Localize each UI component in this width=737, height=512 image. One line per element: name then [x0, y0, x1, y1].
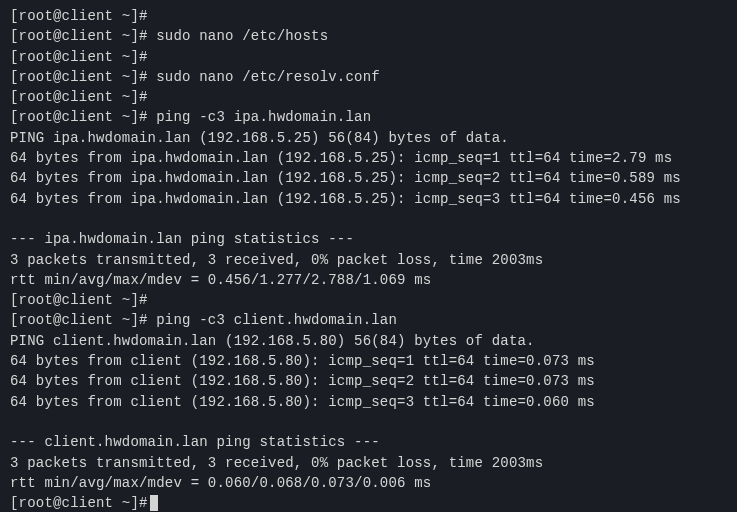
output-text — [10, 211, 19, 227]
shell-prompt: [root@client ~]# — [10, 109, 148, 125]
terminal-output-line: 64 bytes from ipa.hwdomain.lan (192.168.… — [10, 148, 727, 168]
output-text: PING client.hwdomain.lan (192.168.5.80) … — [10, 333, 535, 349]
shell-command: sudo nano /etc/resolv.conf — [148, 69, 380, 85]
terminal-prompt-line: [root@client ~]# — [10, 6, 727, 26]
terminal-output[interactable]: [root@client ~]#[root@client ~]# sudo na… — [10, 6, 727, 512]
shell-prompt: [root@client ~]# — [10, 69, 148, 85]
shell-command: ping -c3 ipa.hwdomain.lan — [148, 109, 372, 125]
shell-prompt: [root@client ~]# — [10, 292, 148, 308]
terminal-output-line: --- ipa.hwdomain.lan ping statistics --- — [10, 229, 727, 249]
terminal-output-line: rtt min/avg/max/mdev = 0.456/1.277/2.788… — [10, 270, 727, 290]
output-text: 64 bytes from client (192.168.5.80): icm… — [10, 353, 595, 369]
terminal-prompt-line: [root@client ~]# — [10, 493, 727, 512]
terminal-output-line — [10, 209, 727, 229]
output-text: 64 bytes from ipa.hwdomain.lan (192.168.… — [10, 150, 672, 166]
terminal-output-line: 64 bytes from ipa.hwdomain.lan (192.168.… — [10, 189, 727, 209]
terminal-prompt-line: [root@client ~]# sudo nano /etc/hosts — [10, 26, 727, 46]
output-text: rtt min/avg/max/mdev = 0.456/1.277/2.788… — [10, 272, 431, 288]
shell-prompt: [root@client ~]# — [10, 495, 148, 511]
output-text: rtt min/avg/max/mdev = 0.060/0.068/0.073… — [10, 475, 431, 491]
shell-prompt: [root@client ~]# — [10, 28, 148, 44]
terminal-prompt-line: [root@client ~]# — [10, 87, 727, 107]
output-text: 64 bytes from ipa.hwdomain.lan (192.168.… — [10, 191, 681, 207]
shell-prompt: [root@client ~]# — [10, 49, 148, 65]
terminal-output-line: PING ipa.hwdomain.lan (192.168.5.25) 56(… — [10, 128, 727, 148]
output-text: --- client.hwdomain.lan ping statistics … — [10, 434, 380, 450]
terminal-output-line: 3 packets transmitted, 3 received, 0% pa… — [10, 250, 727, 270]
output-text: 64 bytes from client (192.168.5.80): icm… — [10, 394, 595, 410]
shell-prompt: [root@client ~]# — [10, 8, 148, 24]
output-text: --- ipa.hwdomain.lan ping statistics --- — [10, 231, 354, 247]
output-text: PING ipa.hwdomain.lan (192.168.5.25) 56(… — [10, 130, 509, 146]
output-text: 3 packets transmitted, 3 received, 0% pa… — [10, 252, 543, 268]
terminal-output-line: 64 bytes from client (192.168.5.80): icm… — [10, 371, 727, 391]
shell-prompt: [root@client ~]# — [10, 89, 148, 105]
terminal-output-line: PING client.hwdomain.lan (192.168.5.80) … — [10, 331, 727, 351]
shell-prompt: [root@client ~]# — [10, 312, 148, 328]
terminal-prompt-line: [root@client ~]# sudo nano /etc/resolv.c… — [10, 67, 727, 87]
terminal-prompt-line: [root@client ~]# ping -c3 ipa.hwdomain.l… — [10, 107, 727, 127]
terminal-output-line: 64 bytes from client (192.168.5.80): icm… — [10, 392, 727, 412]
terminal-prompt-line: [root@client ~]# — [10, 290, 727, 310]
shell-command: sudo nano /etc/hosts — [148, 28, 329, 44]
terminal-prompt-line: [root@client ~]# — [10, 47, 727, 67]
terminal-prompt-line: [root@client ~]# ping -c3 client.hwdomai… — [10, 310, 727, 330]
terminal-output-line: 3 packets transmitted, 3 received, 0% pa… — [10, 453, 727, 473]
output-text — [10, 414, 19, 430]
shell-command: ping -c3 client.hwdomain.lan — [148, 312, 397, 328]
output-text: 64 bytes from client (192.168.5.80): icm… — [10, 373, 595, 389]
terminal-output-line: 64 bytes from client (192.168.5.80): icm… — [10, 351, 727, 371]
terminal-output-line: rtt min/avg/max/mdev = 0.060/0.068/0.073… — [10, 473, 727, 493]
terminal-output-line — [10, 412, 727, 432]
terminal-output-line: --- client.hwdomain.lan ping statistics … — [10, 432, 727, 452]
output-text: 64 bytes from ipa.hwdomain.lan (192.168.… — [10, 170, 681, 186]
cursor — [150, 495, 158, 511]
output-text: 3 packets transmitted, 3 received, 0% pa… — [10, 455, 543, 471]
terminal-output-line: 64 bytes from ipa.hwdomain.lan (192.168.… — [10, 168, 727, 188]
